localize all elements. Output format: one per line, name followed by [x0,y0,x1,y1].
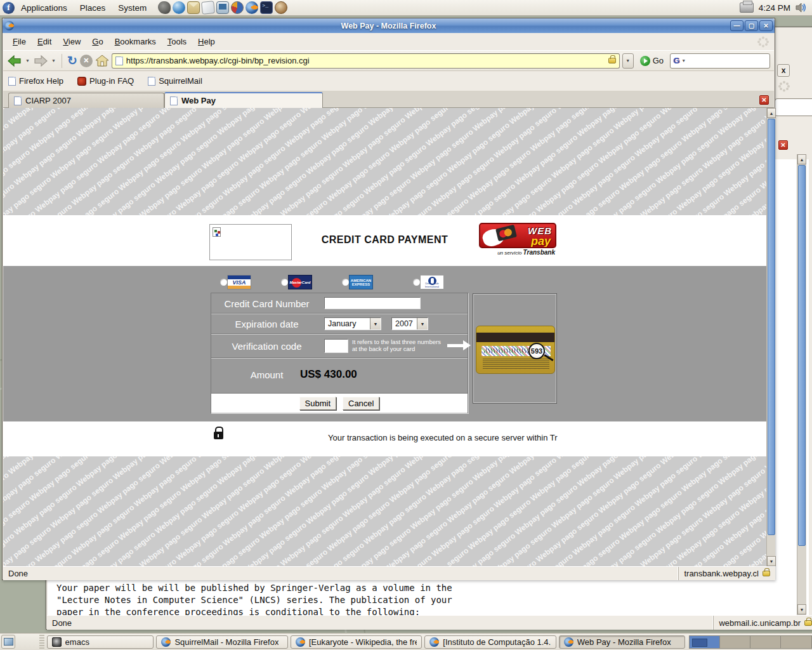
scroll-down-icon[interactable]: ▼ [797,604,806,614]
address-bar[interactable]: https://transbank.webpay.cl/cgi-bin/bp_r… [112,53,620,69]
month-select[interactable]: January ▼ [324,317,381,330]
close-icon[interactable]: x [777,64,790,77]
system-menu[interactable]: System [112,0,153,16]
scroll-up-icon[interactable]: ▲ [797,154,806,164]
task-squirrelmail[interactable]: SquirrelMail - Mozilla Firefox [156,635,287,649]
panel-launchers [158,1,287,14]
menu-tools[interactable]: Tools [162,34,192,49]
secure-note: Your transaction is being executed on a … [328,433,558,442]
paper-text-line: "Lecture Notes in Computer Science" (LNC… [56,594,792,606]
home-icon[interactable] [95,55,109,67]
forward-icon[interactable] [33,55,48,67]
cvv-value: 593 [531,347,542,355]
back-dropdown-icon[interactable]: ▼ [25,58,30,63]
go-arrow-icon [640,56,650,66]
page-scrollbar[interactable]: ▲ ▼ [766,108,775,566]
payment-header: CREDIT CARD PAYMENT WEB pay un servicio … [3,215,766,266]
scroll-up-icon[interactable]: ▲ [767,108,776,118]
verification-input[interactable] [324,339,348,353]
credit-card-back: 593 [476,326,555,374]
menu-bookmarks[interactable]: Bookmarks [109,34,162,49]
menu-edit[interactable]: Edit [32,34,57,49]
search-engine-dropdown-icon[interactable]: ▼ [681,58,686,63]
menu-help[interactable]: Help [192,34,221,49]
firefox-icon[interactable] [246,1,258,14]
plugin-icon [77,77,86,86]
gnome-top-panel: f Applications Places System 4:24 PM [0,0,812,16]
task-webpay[interactable]: Web Pay - Mozilla Firefox [559,635,685,649]
scrollbar-thumb[interactable] [768,119,775,535]
workspace-3[interactable] [750,636,781,648]
terminal-icon[interactable] [260,1,273,14]
year-select[interactable]: 2007 ▼ [391,317,428,330]
gnu-icon[interactable] [158,1,171,14]
applications-menu[interactable]: Applications [15,0,74,16]
status-domain: webmail.ic.unicamp.br [713,616,812,630]
places-menu[interactable]: Places [74,0,112,16]
close-icon[interactable]: ✕ [759,20,773,31]
gimp-icon[interactable] [275,1,287,14]
diners-radio[interactable] [413,279,420,286]
amex-radio[interactable] [342,279,349,286]
reload-icon[interactable]: ↻ [67,55,77,67]
lock-icon [763,571,770,576]
submit-button[interactable]: Submit [299,397,336,410]
background-scrollbar[interactable]: ▲ ▼ [797,154,806,615]
clock[interactable]: 4:24 PM [759,3,790,13]
task-eukaryote[interactable]: [Eukaryote - Wikipedia, the fre... [291,635,422,649]
workspace-switcher [689,635,812,649]
google-icon: G [673,56,679,65]
card-number-input[interactable] [324,297,421,309]
documents-icon[interactable] [201,1,215,15]
menu-file[interactable]: File [7,34,32,49]
chart-icon[interactable] [231,1,244,14]
bookmark-plugin-faq[interactable]: Plug-in FAQ [77,76,134,86]
maximize-icon[interactable]: ▢ [745,20,758,31]
task-emacs[interactable]: emacs [47,635,154,649]
show-desktop-button[interactable] [1,635,15,649]
email-icon[interactable] [187,1,200,14]
scrollbar-thumb[interactable] [798,165,806,546]
close-tab-icon[interactable]: ✕ [778,140,788,150]
secure-message-band: Your transaction is being executed on a … [3,421,766,456]
verification-hint: It refers to the last three numbers at t… [352,339,441,352]
close-tab-icon[interactable]: ✕ [759,95,769,105]
mastercard-radio[interactable] [281,279,288,286]
search-input[interactable]: G ▼ [670,53,770,69]
window-title: Web Pay - Mozilla Firefox [3,22,775,30]
firefox-icon [429,637,439,647]
menu-go[interactable]: Go [86,34,108,49]
workspace-2[interactable] [720,636,750,648]
cancel-button[interactable]: Cancel [343,397,379,410]
volume-icon[interactable] [796,3,807,13]
stop-icon[interactable]: ✕ [80,55,93,67]
mastercard-logo: MasterCard [288,275,312,289]
tab-web-pay[interactable]: Web Pay [164,92,323,108]
webpay-watermark-band: Webpay pago seguro Webpay pago seguro We… [3,108,766,215]
web-browser-icon[interactable] [173,1,185,14]
amex-logo: AMERICAN EXPRESS [349,275,373,289]
tab-ciarp-2007[interactable]: CIARP 2007 [8,93,164,108]
scroll-down-icon[interactable]: ▼ [767,556,776,566]
screenshot-icon[interactable] [216,1,229,14]
printer-icon[interactable] [740,3,754,13]
menu-view[interactable]: View [57,34,86,49]
back-icon[interactable] [7,55,22,67]
forward-dropdown-icon[interactable]: ▼ [51,58,56,63]
workspace-1[interactable] [690,636,720,648]
status-text: Done [3,569,33,578]
panel-handle[interactable] [39,635,44,649]
visa-radio[interactable] [220,279,227,286]
workspace-4[interactable] [781,636,811,648]
firefox-icon [161,637,171,647]
url-text[interactable]: https://transbank.webpay.cl/cgi-bin/bp_r… [126,56,605,65]
title-bar[interactable]: Web Pay - Mozilla Firefox — ▢ ✕ [3,18,775,33]
url-dropdown-icon[interactable]: ▼ [622,53,634,69]
bookmark-firefox-help[interactable]: Firefox Help [8,76,63,86]
bookmark-squirrelmail[interactable]: SquirrelMail [148,76,202,86]
go-button[interactable]: Go [636,56,667,66]
minimize-icon[interactable]: — [730,20,743,31]
fedora-menu-icon[interactable]: f [3,2,15,14]
background-search-input[interactable] [775,98,812,116]
task-instituto[interactable]: [Instituto de Computação 1.4.... [424,635,556,649]
